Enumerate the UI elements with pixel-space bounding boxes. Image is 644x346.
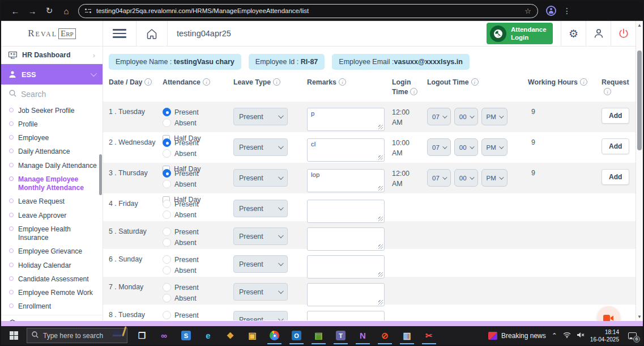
leave-type-select[interactable]: Present bbox=[233, 108, 288, 125]
home-icon[interactable] bbox=[146, 28, 157, 39]
visual-studio-icon[interactable]: ∞ bbox=[153, 326, 175, 345]
purple-n-app-icon[interactable]: N bbox=[352, 326, 374, 345]
logout-ampm-select[interactable]: PM bbox=[481, 138, 507, 156]
chrome-icon[interactable] bbox=[263, 326, 285, 345]
absent-option[interactable]: Absent bbox=[163, 266, 197, 275]
absent-option[interactable]: Absent bbox=[163, 210, 197, 219]
scroll-down-icon[interactable]: ▼ bbox=[636, 314, 643, 319]
start-button[interactable] bbox=[1, 326, 27, 345]
info-icon[interactable]: i bbox=[410, 88, 417, 95]
text-editor-icon[interactable]: ▤ bbox=[308, 326, 330, 345]
logout-hour-select[interactable]: 07 bbox=[427, 138, 451, 156]
leave-type-select[interactable]: Present bbox=[233, 227, 288, 245]
logout-ampm-select[interactable]: PM bbox=[481, 108, 507, 125]
sidebar-item-employee-grievance[interactable]: Employee Grievance bbox=[1, 245, 103, 259]
present-radio[interactable] bbox=[163, 227, 171, 236]
leave-type-select[interactable]: Present bbox=[233, 255, 288, 273]
back-icon[interactable]: ← bbox=[7, 6, 24, 16]
revalerp-logo[interactable]: RevalErp bbox=[1, 21, 103, 47]
present-option[interactable]: Present bbox=[163, 169, 199, 178]
logout-minute-select[interactable]: 00 bbox=[454, 169, 478, 187]
resize-grip-icon[interactable] bbox=[378, 125, 383, 129]
notification-center-icon[interactable]: 6 bbox=[625, 329, 639, 343]
sidebar-item-holiday-calendar[interactable]: Holiday Calendar bbox=[1, 259, 103, 272]
present-radio[interactable] bbox=[163, 200, 171, 208]
resize-grip-icon[interactable] bbox=[378, 244, 383, 249]
absent-radio[interactable] bbox=[163, 149, 171, 158]
present-radio[interactable] bbox=[163, 311, 171, 319]
outlook-icon[interactable]: O bbox=[285, 326, 308, 345]
sidebar-scrollbar[interactable] bbox=[99, 154, 102, 195]
remarks-textarea[interactable]: lop bbox=[307, 169, 385, 192]
sidebar-item-hrmsfollowup[interactable]: HRMSFollowUp › bbox=[1, 315, 103, 321]
sidebar-item-hr-dashboard[interactable]: HR Dashboard › bbox=[1, 47, 103, 64]
add-button[interactable]: Add bbox=[602, 108, 629, 124]
scrollbar-thumb[interactable] bbox=[637, 50, 642, 150]
remarks-textarea[interactable] bbox=[307, 200, 385, 223]
absent-radio[interactable] bbox=[163, 294, 171, 302]
absent-radio[interactable] bbox=[163, 180, 171, 188]
scroll-up-icon[interactable]: ▲ bbox=[636, 23, 643, 28]
mobile-report-icon[interactable]: ▥ bbox=[396, 326, 418, 345]
dev-tools-icon[interactable]: ❖ bbox=[219, 326, 241, 345]
blue-s-app-icon[interactable]: S bbox=[175, 326, 197, 345]
logout-power-icon[interactable] bbox=[611, 21, 636, 47]
add-button[interactable]: Add bbox=[602, 138, 629, 154]
resize-grip-icon[interactable] bbox=[378, 155, 383, 160]
logout-ampm-select[interactable]: PM bbox=[481, 169, 507, 187]
browser-profile-icon[interactable] bbox=[546, 6, 556, 16]
present-radio[interactable] bbox=[163, 138, 171, 147]
forward-icon[interactable]: → bbox=[24, 6, 41, 16]
leave-type-select[interactable]: Present bbox=[233, 138, 288, 156]
hamburger-menu-icon[interactable] bbox=[113, 27, 126, 40]
resize-grip-icon[interactable] bbox=[378, 186, 383, 191]
volume-muted-icon[interactable] bbox=[577, 332, 585, 340]
absent-radio[interactable] bbox=[163, 210, 171, 219]
sidebar-search-input[interactable]: Search bbox=[1, 86, 103, 102]
absent-option[interactable]: Absent bbox=[163, 294, 197, 302]
file-explorer-icon[interactable]: ▣ bbox=[241, 326, 263, 345]
sidebar-item-ess[interactable]: ESS bbox=[1, 64, 103, 85]
snipping-tool-icon[interactable]: ✂ bbox=[418, 326, 440, 345]
taskbar-clock[interactable]: 18:1416-04-2025 bbox=[590, 328, 619, 343]
resize-grip-icon[interactable] bbox=[378, 272, 383, 277]
info-icon[interactable]: i bbox=[580, 78, 587, 86]
present-option[interactable]: Present bbox=[163, 255, 199, 264]
present-radio[interactable] bbox=[163, 283, 171, 292]
present-radio[interactable] bbox=[163, 255, 171, 264]
orange-slash-icon[interactable]: ⊘ bbox=[374, 326, 396, 345]
browser-home-icon[interactable]: ⌂ bbox=[58, 6, 75, 16]
logout-minute-select[interactable]: 00 bbox=[454, 138, 478, 156]
info-icon[interactable]: i bbox=[604, 88, 611, 95]
leave-type-select[interactable]: Present bbox=[233, 283, 288, 301]
logout-hour-select[interactable]: 07 bbox=[427, 108, 451, 125]
site-info-icon[interactable] bbox=[85, 9, 91, 13]
remarks-textarea[interactable] bbox=[307, 227, 385, 251]
sidebar-item-manage-daily-attendance[interactable]: Manage Daily Attendance bbox=[1, 159, 103, 172]
sidebar-item-leave-approver[interactable]: Leave Approver bbox=[1, 209, 103, 222]
leave-type-select[interactable]: Present bbox=[233, 200, 288, 217]
resize-grip-icon[interactable] bbox=[378, 300, 383, 305]
settings-gear-icon[interactable]: ⚙ bbox=[561, 21, 586, 47]
info-icon[interactable]: i bbox=[339, 78, 346, 86]
teams-icon[interactable]: T bbox=[330, 326, 352, 345]
sidebar-item-enrollment[interactable]: Enrollment bbox=[1, 300, 103, 314]
news-widget[interactable]: Breaking news bbox=[488, 332, 546, 340]
info-icon[interactable]: i bbox=[203, 78, 210, 86]
edge-browser-icon[interactable]: e bbox=[197, 326, 219, 345]
logout-hour-select[interactable]: 07 bbox=[427, 169, 451, 187]
absent-option[interactable]: Absent bbox=[163, 119, 197, 127]
sidebar-item-employee-remote-work[interactable]: Employee Remote Work bbox=[1, 286, 103, 300]
sidebar-item-employee-health-insurance[interactable]: Employee Health Insurance bbox=[1, 222, 103, 245]
task-view-icon[interactable]: ❐ bbox=[131, 326, 153, 345]
present-option[interactable]: Present bbox=[163, 283, 199, 292]
user-profile-icon[interactable] bbox=[586, 21, 611, 47]
present-option[interactable]: Present bbox=[163, 227, 199, 236]
remarks-textarea[interactable] bbox=[307, 283, 385, 306]
sidebar-item-manage-employee-monthly-attendance[interactable]: Manage Employee Monthly Attendance bbox=[1, 172, 103, 195]
sidebar-item-daily-attendance[interactable]: Daily Attendance bbox=[1, 145, 103, 159]
sidebar-item-job-seeker-profile[interactable]: Job Seeker Profile bbox=[1, 104, 103, 117]
present-option[interactable]: Present bbox=[163, 138, 199, 147]
info-icon[interactable]: i bbox=[471, 78, 479, 86]
info-icon[interactable]: i bbox=[144, 78, 152, 86]
